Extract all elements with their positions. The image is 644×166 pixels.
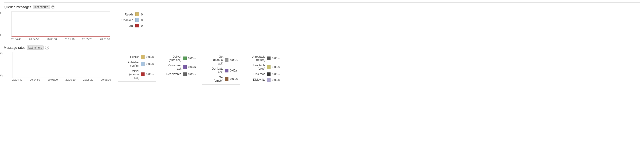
rate-get-auto: Get (auto ack) 0.00/s bbox=[204, 67, 238, 74]
queued-chart-area: 1.0 0.0 20:04:40 20:04:50 20:05:00 20:05… bbox=[4, 11, 110, 41]
publish-color bbox=[141, 55, 144, 59]
unroutable-return-label: Unroutable (return) bbox=[246, 55, 265, 62]
rates-y-top: 1.0/s bbox=[0, 52, 3, 55]
legend-row-ready: Ready 0 bbox=[117, 12, 143, 16]
publish-label: Publish bbox=[120, 55, 140, 59]
rates-chart-area: 1.0/s 0.0/s 20:04:40 20:04:50 20:05:00 2… bbox=[4, 52, 111, 81]
unacked-value: 0 bbox=[141, 18, 143, 22]
ready-value: 0 bbox=[141, 13, 143, 16]
publisher-confirm-label: Publisher confirm bbox=[120, 61, 140, 68]
rates-col-2: Deliver (auto ack) 0.00/s Consumer ack 0… bbox=[160, 53, 198, 78]
rate-deliver-auto: Deliver (auto ack) 0.00/s bbox=[163, 55, 196, 62]
rate-get-manual: Get (manual ack) 0.00/s bbox=[204, 55, 238, 65]
disk-write-color bbox=[267, 78, 270, 82]
disk-read-color bbox=[267, 73, 270, 76]
get-auto-color bbox=[225, 69, 228, 73]
queued-header: Queued messages last minute ? bbox=[4, 5, 640, 9]
message-rates-section: Message rates last minute ? 1.0/s 0.0/s … bbox=[4, 43, 640, 85]
queued-x-axis: 20:04:40 20:04:50 20:05:00 20:05:10 20:0… bbox=[11, 38, 110, 41]
rate-disk-read: Disk read 0.00/s bbox=[246, 73, 280, 76]
get-manual-color bbox=[225, 58, 228, 62]
rate-get-empty: Get (empty) 0.00/s bbox=[204, 76, 238, 83]
unroutable-drop-label: Unroutable (drop) bbox=[246, 64, 265, 71]
get-empty-value: 0.00/s bbox=[230, 77, 238, 81]
disk-read-label: Disk read bbox=[246, 73, 265, 76]
consumer-ack-value: 0.00/s bbox=[188, 65, 196, 69]
get-manual-label: Get (manual ack) bbox=[204, 55, 223, 65]
get-manual-value: 0.00/s bbox=[230, 59, 238, 62]
get-auto-label: Get (auto ack) bbox=[204, 67, 223, 74]
rates-x-label-2: 20:05:00 bbox=[48, 78, 58, 81]
deliver-manual-label: Deliver (manual ack) bbox=[120, 69, 140, 80]
x-label-2: 20:05:00 bbox=[47, 38, 57, 41]
queued-legend: Ready 0 Unacked 0 Total 0 bbox=[117, 11, 143, 27]
rate-unroutable-return: Unroutable (return) 0.00/s bbox=[246, 55, 280, 62]
total-label: Total bbox=[117, 24, 134, 27]
queued-chart-legend: 1.0 0.0 20:04:40 20:04:50 20:05:00 20:05… bbox=[4, 11, 640, 41]
unacked-label: Unacked bbox=[117, 18, 134, 22]
disk-read-value: 0.00/s bbox=[272, 73, 280, 76]
redelivered-label: Redelivered bbox=[163, 73, 182, 76]
rates-chart-svg bbox=[12, 52, 111, 78]
rates-col-1: Publish 0.00/s Publisher confirm 0.00/s … bbox=[118, 53, 156, 82]
x-label-3: 20:05:10 bbox=[64, 38, 74, 41]
deliver-manual-value: 0.00/s bbox=[146, 73, 154, 76]
rate-unroutable-drop: Unroutable (drop) 0.00/s bbox=[246, 64, 280, 71]
rates-x-label-5: 20:05:30 bbox=[101, 78, 111, 81]
get-empty-label: Get (empty) bbox=[204, 76, 223, 83]
total-value: 0 bbox=[141, 24, 143, 27]
rates-x-axis: 20:04:40 20:04:50 20:05:00 20:05:10 20:0… bbox=[12, 78, 111, 81]
unacked-color bbox=[136, 18, 139, 22]
redelivered-value: 0.00/s bbox=[188, 73, 196, 76]
get-auto-value: 0.00/s bbox=[230, 69, 238, 72]
queued-y-top: 1.0 bbox=[0, 11, 1, 14]
x-label-0: 20:04:40 bbox=[11, 38, 22, 41]
rate-publisher-confirm: Publisher confirm 0.00/s bbox=[120, 61, 154, 68]
get-empty-color bbox=[225, 77, 228, 81]
queued-badge[interactable]: last minute bbox=[33, 5, 50, 9]
queued-help-icon[interactable]: ? bbox=[51, 5, 55, 9]
queued-chart-svg bbox=[11, 11, 110, 37]
rates-help-icon[interactable]: ? bbox=[45, 46, 49, 49]
queued-y-bottom: 0.0 bbox=[0, 34, 1, 36]
unroutable-return-color bbox=[267, 57, 270, 60]
queued-title: Queued messages bbox=[4, 5, 32, 9]
consumer-ack-color bbox=[183, 65, 186, 69]
rates-header: Message rates last minute ? bbox=[4, 45, 640, 50]
unroutable-return-value: 0.00/s bbox=[272, 57, 280, 60]
rates-title: Message rates bbox=[4, 46, 26, 49]
rates-x-label-3: 20:05:10 bbox=[65, 78, 76, 81]
rates-col-3: Get (manual ack) 0.00/s Get (auto ack) 0… bbox=[202, 53, 240, 85]
disk-write-label: Disk write bbox=[246, 78, 265, 81]
disk-write-value: 0.00/s bbox=[272, 78, 280, 82]
total-color bbox=[136, 24, 139, 27]
rates-x-label-1: 20:04:50 bbox=[30, 78, 40, 81]
deliver-auto-color bbox=[183, 57, 186, 60]
ready-color bbox=[136, 12, 139, 16]
rates-x-label-0: 20:04:40 bbox=[12, 78, 22, 81]
publisher-confirm-value: 0.00/s bbox=[146, 62, 154, 66]
legend-row-total: Total 0 bbox=[117, 24, 143, 27]
ready-label: Ready bbox=[117, 13, 134, 16]
deliver-manual-color bbox=[141, 73, 144, 76]
rate-redelivered: Redelivered 0.00/s bbox=[163, 73, 196, 76]
rates-badge[interactable]: last minute bbox=[27, 45, 44, 50]
rate-disk-write: Disk write 0.00/s bbox=[246, 78, 280, 82]
queued-messages-section: Queued messages last minute ? 1.0 0.0 20… bbox=[4, 2, 640, 41]
unroutable-drop-color bbox=[267, 65, 270, 69]
x-label-5: 20:05:30 bbox=[100, 38, 110, 41]
publisher-confirm-color bbox=[141, 62, 144, 66]
rates-col-4: Unroutable (return) 0.00/s Unroutable (d… bbox=[244, 53, 282, 84]
rate-consumer-ack: Consumer ack 0.00/s bbox=[163, 64, 196, 71]
x-label-1: 20:04:50 bbox=[29, 38, 39, 41]
rates-legend: Publish 0.00/s Publisher confirm 0.00/s … bbox=[118, 52, 282, 85]
x-label-4: 20:05:20 bbox=[82, 38, 92, 41]
deliver-auto-value: 0.00/s bbox=[188, 57, 196, 60]
legend-row-unacked: Unacked 0 bbox=[117, 18, 143, 22]
rates-chart-legend: 1.0/s 0.0/s 20:04:40 20:04:50 20:05:00 2… bbox=[4, 52, 640, 85]
deliver-auto-label: Deliver (auto ack) bbox=[163, 55, 182, 62]
publish-value: 0.00/s bbox=[146, 55, 154, 59]
rates-x-label-4: 20:05:20 bbox=[83, 78, 93, 81]
rate-publish: Publish 0.00/s bbox=[120, 55, 154, 59]
redelivered-color bbox=[183, 73, 186, 76]
